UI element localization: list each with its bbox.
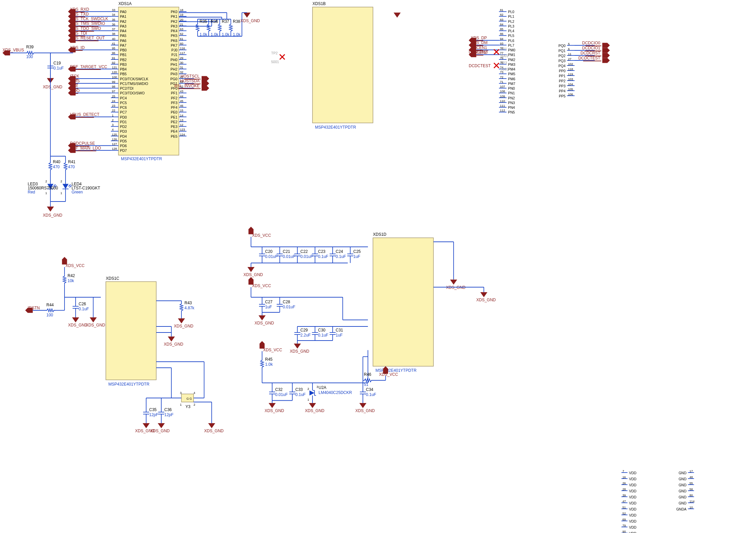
svg-text:TP3: TP3 [501,61,507,65]
svg-text:GND: GND [679,483,687,487]
svg-text:119: 119 [568,73,573,76]
svg-text:PK4: PK4 [171,29,177,33]
svg-text:PE4: PE4 [171,129,177,133]
svg-text:55: 55 [689,482,693,485]
svg-text:PC1/TMS/SWDIO: PC1/TMS/SWDIO [120,82,148,86]
svg-text:XDS_TDO_SWO: XDS_TDO_SWO [70,26,101,31]
svg-text:DCDCRST: DCDCRST [581,51,600,55]
svg-text:VDD: VDD [629,531,637,533]
svg-text:GND: GND [679,501,687,505]
svg-text:XDS_GND: XDS_GND [150,429,170,433]
svg-text:7: 7 [623,470,624,473]
svg-text:33: 33 [112,8,115,12]
svg-text:PB4: PB4 [120,67,127,71]
gnd-xds1b [394,13,401,18]
svg-text:PN3: PN3 [508,101,515,105]
svg-text:121: 121 [112,66,117,69]
svg-text:36: 36 [112,23,115,26]
svg-text:PH0: PH0 [171,58,178,62]
gnd-label: XDS_GND [43,85,62,89]
svg-text:C32: C32 [275,387,283,392]
svg-text:43: 43 [180,90,183,93]
svg-text:C21: C21 [283,249,290,254]
svg-text:63: 63 [180,28,183,31]
svg-text:0.1uF: 0.1uF [366,392,376,397]
svg-text:PP4: PP4 [559,89,565,93]
svg-text:PM5: PM5 [508,72,515,76]
svg-text:PA1: PA1 [120,14,126,18]
svg-text:31: 31 [180,66,183,69]
svg-text:71: 71 [500,80,503,84]
svg-text:R39: R39 [26,45,34,49]
svg-text:0.1uF: 0.1uF [318,254,329,259]
svg-text:XDS_TXD: XDS_TXD [70,12,89,16]
svg-text:80: 80 [689,494,693,497]
svg-text:R37: R37 [222,19,229,24]
svg-text:MSP432E401YTPDTR: MSP432E401YTPDTR [315,125,356,130]
ic-xds1a: XDS1A MSP432E401YTPDTR 33PA0XDS_RXD34PA1… [68,1,209,161]
svg-text:125: 125 [112,133,117,136]
net-label: XDS_VBUS [3,48,24,52]
svg-text:91: 91 [112,56,115,60]
svg-text:104: 104 [568,83,573,86]
svg-text:6: 6 [568,47,570,51]
svg-text:PC3/TDO/SWO: PC3/TDO/SWO [120,91,145,95]
svg-text:PA4: PA4 [120,29,126,33]
svg-text:96: 96 [112,51,115,55]
led-section: R40470 R41470 21 21 LED3 150060RS75000 R… [28,53,100,218]
svg-text:39: 39 [623,494,626,497]
svg-text:0.1uF: 0.1uF [336,254,346,259]
svg-text:XDS_VCC: XDS_VCC [66,263,85,268]
svg-text:XDS_VCC: XDS_VCC [379,372,398,377]
svg-text:PA6: PA6 [120,39,126,43]
schematic-root: XDS1A MSP432E401YTPDTR 33PA0XDS_RXD34PA1… [0,0,756,533]
svg-text:1.0k: 1.0k [265,362,273,367]
svg-text:12: 12 [180,123,183,127]
svg-text:PD2: PD2 [120,125,127,129]
svg-text:41: 41 [112,42,115,45]
svg-text:PQ0: PQ0 [558,44,565,48]
svg-text:0.1uF: 0.1uF [295,392,306,397]
svg-text:DCDCTEST: DCDCTEST [578,56,600,60]
svg-text:98: 98 [112,85,115,88]
svg-text:24: 24 [112,99,115,103]
svg-text:PM4: PM4 [508,67,515,71]
svg-text:PK1: PK1 [171,14,177,18]
svg-text:HOSTSCL: HOSTSCL [180,74,200,79]
svg-text:PA5: PA5 [120,34,126,38]
svg-text:HOSTSDA: HOSTSDA [180,79,200,83]
svg-text:BSL_INVOKE: BSL_INVOKE [174,84,200,88]
svg-text:TP2: TP2 [271,51,278,55]
svg-rect-308 [312,7,373,123]
svg-text:C34: C34 [366,387,373,392]
svg-text:5: 5 [568,42,570,46]
svg-text:REF_TARGET_VCC: REF_TARGET_VCC [70,64,108,69]
svg-text:XDS_GND: XDS_GND [355,408,375,413]
svg-text:2: 2 [307,387,309,391]
svg-text:90: 90 [623,530,626,533]
svg-text:111: 111 [500,104,505,107]
svg-text:XDS_GND: XDS_GND [68,323,88,327]
ic-xds1d: XDS1D MSP432E401YTPDTR 7VDD16VDD26VDD28V… [373,232,695,533]
svg-text:R38: R38 [233,19,240,24]
svg-text:27: 27 [568,57,572,61]
ic-val: MSP432E401YTPDTR [121,157,162,161]
svg-text:0.01uF: 0.01uF [275,392,288,397]
svg-text:XDS_GND: XDS_GND [305,408,325,413]
svg-text:R40: R40 [53,160,60,164]
svg-text:XDS_TMS_SWDIO: XDS_TMS_SWDIO [70,21,105,26]
svg-text:GND: GND [679,489,687,493]
svg-text:52: 52 [623,512,626,515]
svg-text:114: 114 [689,500,695,503]
svg-rect-536 [373,238,433,366]
svg-text:VDD: VDD [629,495,637,499]
svg-text:XDS1D: XDS1D [373,232,386,237]
svg-text:PK3: PK3 [171,24,177,28]
svg-text:470: 470 [53,165,60,169]
svg-text:20: 20 [180,18,183,21]
svg-text:1uF: 1uF [336,333,343,338]
svg-text:0.01uF: 0.01uF [265,254,278,259]
svg-text:34: 34 [112,13,115,16]
svg-text:VDD: VDD [629,477,637,481]
svg-text:15: 15 [180,109,183,112]
